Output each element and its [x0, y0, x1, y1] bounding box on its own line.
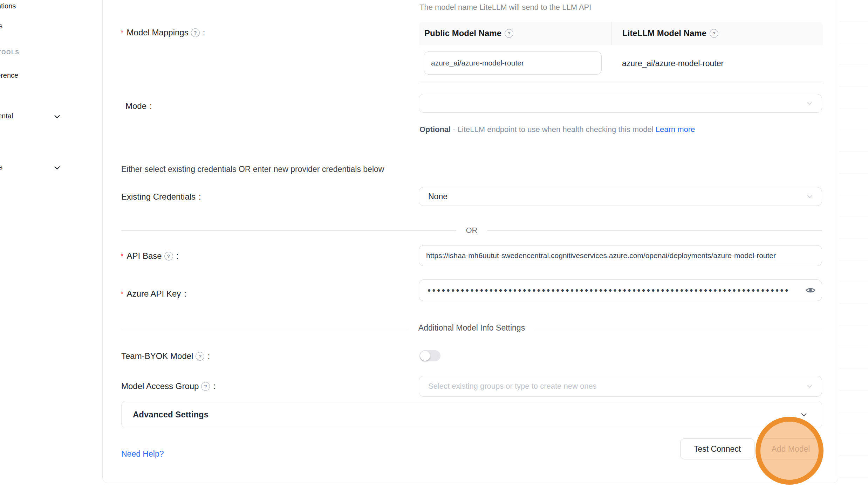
sidebar: ations s TOOLS erence ental s — [0, 0, 95, 485]
learn-more-link[interactable]: Learn more — [656, 125, 695, 134]
additional-settings-divider: Additional Model Info Settings — [121, 323, 822, 333]
azure-api-key-input-wrap: ••••••••••••••••••••••••••••••••••••••••… — [419, 279, 822, 301]
or-divider-text: OR — [456, 226, 487, 235]
question-circle-icon[interactable]: ? — [164, 252, 173, 261]
api-base-input-wrap — [419, 245, 822, 266]
sidebar-item-guardrails[interactable]: s — [0, 22, 2, 30]
sidebar-item-api-reference[interactable]: erence — [0, 71, 18, 79]
credentials-note: Either select existing credentials OR en… — [121, 165, 384, 174]
model-mappings-header-row: Public Model Name ? LiteLLM Model Name ? — [419, 22, 823, 45]
sidebar-section-tools: TOOLS — [0, 49, 19, 56]
required-asterisk: * — [121, 290, 124, 298]
eye-icon[interactable] — [806, 285, 815, 295]
chevron-down-icon — [800, 411, 808, 418]
azure-api-key-masked-value[interactable]: ••••••••••••••••••••••••••••••••••••••••… — [419, 285, 792, 296]
chevron-down-icon[interactable] — [53, 113, 61, 120]
background-table-rows — [839, 0, 868, 485]
model-access-group-placeholder: Select existing groups or type to create… — [419, 382, 597, 391]
existing-credentials-select[interactable]: None — [419, 187, 822, 206]
model-mappings-row: azure_ai/azure-model-router — [419, 45, 823, 82]
chevron-down-icon — [806, 383, 813, 390]
sidebar-item-label: ations — [0, 2, 16, 10]
or-divider: OR — [121, 226, 822, 235]
model-name-helper-text: The model name LiteLLM will send to the … — [419, 3, 591, 12]
sidebar-item-label: s — [0, 22, 2, 30]
toggle-knob — [420, 351, 430, 361]
api-base-label: * API Base ? : — [121, 250, 178, 262]
model-mappings-label: * Model Mappings ? : — [121, 27, 205, 39]
model-access-group-select[interactable]: Select existing groups or type to create… — [419, 376, 822, 397]
mode-select[interactable] — [419, 94, 822, 113]
litellm-model-name-header: LiteLLM Model Name ? — [611, 22, 823, 45]
required-asterisk: * — [121, 252, 124, 260]
sidebar-item-label: s — [0, 163, 2, 171]
question-circle-icon[interactable]: ? — [191, 28, 200, 37]
chevron-down-icon — [806, 193, 813, 200]
sidebar-item-label: erence — [0, 71, 18, 79]
public-model-name-input-wrap — [424, 51, 602, 75]
need-help-link[interactable]: Need Help? — [121, 449, 164, 459]
sidebar-item-organizations[interactable]: ations — [0, 2, 16, 10]
add-model-button[interactable]: Add Model — [760, 438, 822, 459]
chevron-down-icon — [806, 100, 813, 107]
api-base-input[interactable] — [419, 245, 822, 266]
additional-settings-divider-text: Additional Model Info Settings — [409, 323, 535, 333]
advanced-settings-title: Advanced Settings — [133, 410, 209, 420]
chevron-down-icon[interactable] — [53, 164, 61, 172]
public-model-name-input[interactable] — [424, 52, 601, 74]
model-mappings-table: Public Model Name ? LiteLLM Model Name ?… — [419, 22, 823, 82]
question-circle-icon[interactable]: ? — [196, 352, 204, 361]
azure-api-key-label: * Azure API Key : — [121, 288, 186, 300]
litellm-model-name-value: azure_ai/azure-model-router — [622, 45, 724, 82]
public-model-name-header: Public Model Name ? — [419, 28, 611, 38]
mode-help-text: Optional - LiteLLM endpoint to use when … — [419, 123, 696, 137]
mode-label: Mode : — [125, 100, 152, 112]
litellm-add-model-screen: ations s TOOLS erence ental s The model … — [0, 0, 868, 485]
team-byok-label: Team-BYOK Model ? : — [121, 350, 210, 362]
optional-prefix: Optional — [419, 125, 451, 134]
sidebar-item-label: ental — [0, 112, 13, 120]
sidebar-item-experimental[interactable]: ental — [0, 112, 13, 120]
question-circle-icon[interactable]: ? — [710, 29, 718, 38]
question-circle-icon[interactable]: ? — [505, 29, 513, 38]
sidebar-item-settings[interactable]: s — [0, 163, 2, 171]
question-circle-icon[interactable]: ? — [201, 382, 210, 391]
advanced-settings-panel[interactable]: Advanced Settings — [121, 401, 822, 428]
test-connect-button[interactable]: Test Connect — [680, 438, 754, 459]
required-asterisk: * — [121, 29, 124, 36]
model-access-group-label: Model Access Group ? : — [121, 380, 216, 392]
existing-credentials-value: None — [419, 192, 447, 201]
team-byok-toggle[interactable] — [419, 350, 440, 361]
existing-credentials-label: Existing Credentials : — [121, 191, 201, 203]
